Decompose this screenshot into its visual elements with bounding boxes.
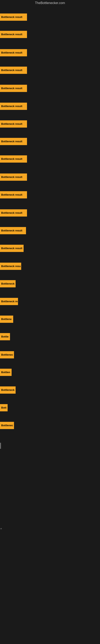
result-bar-10: Bottleneck result [0,172,100,182]
result-bar-22: Bottleneck [0,384,100,396]
result-bar-fill-2: Bottleneck result [0,31,27,38]
result-bar-fill-6: Bottleneck result [0,103,27,110]
result-bar-label-9: Bottleneck result [1,158,22,160]
result-bar-label-10: Bottleneck result [1,176,22,178]
result-bar-17: Bottleneck re [0,296,100,307]
result-bar-1: Bottleneck result [0,12,100,22]
result-bar-label-12: Bottleneck result [1,211,22,214]
result-bar-label-1: Bottleneck result [1,16,22,18]
result-bar-18: Bottlene [0,314,100,324]
result-bar-fill-11: Bottleneck result [0,191,27,198]
result-bar-label-21: Bottlen [1,371,10,374]
result-bar-14: Bottleneck result [0,243,100,254]
bars-container: Bottleneck resultBottleneck resultBottle… [0,0,100,644]
result-bar-fill-12: Bottleneck result [0,209,27,216]
result-bar-5: Bottleneck result [0,83,100,94]
result-bar-fill-19: Bottle [0,333,10,340]
result-bar-fill-24: Bottlenec [0,422,14,429]
result-bar-label-18: Bottlene [1,318,12,320]
result-bar-15: Bottleneck resu [0,260,100,272]
result-bar-label-5: Bottleneck result [1,87,22,90]
result-bar-21: Bottlen [0,367,100,378]
result-bar-fill-4: Bottleneck result [0,66,27,74]
result-bar-4: Bottleneck result [0,64,100,76]
result-bar-label-24: Bottlenec [1,424,13,427]
result-bar-fill-18: Bottlene [0,316,13,323]
result-bar-13: Bottleneck result [0,225,100,236]
result-bar-label-15: Bottleneck resu [1,265,21,268]
result-bar-16: Bottleneck [0,278,100,289]
result-bar-11: Bottleneck result [0,189,100,200]
result-bar-label-19: Bottle [1,335,9,338]
result-bar-fill-14: Bottleneck result [0,245,24,252]
result-bar-label-22: Bottleneck [1,388,14,392]
result-bar-fill-17: Bottleneck re [0,298,18,305]
result-bar-label-16: Bottleneck [1,282,14,285]
result-bar-fill-22: Bottleneck [0,386,16,394]
result-bar-23: Bott [0,402,100,413]
result-bar-2: Bottleneck result [0,29,100,40]
result-bar-fill-9: Bottleneck result [0,155,27,162]
result-bar-fill-21: Bottlen [0,369,12,376]
result-bar-label-23: Bott [1,406,6,409]
result-bar-label-13: Bottleneck result [1,229,22,232]
result-bar-label-11: Bottleneck result [1,193,22,196]
result-bar-8: Bottleneck result [0,136,100,147]
result-bar-3: Bottleneck result [0,47,100,58]
result-bar-label-3: Bottleneck result [1,51,22,54]
result-bar-fill-20: Bottlenec [0,351,14,358]
result-bar-12: Bottleneck result [0,207,100,218]
result-bar-fill-5: Bottleneck result [0,85,27,92]
result-bar-fill-16: Bottleneck [0,280,16,288]
result-bar-24: Bottlenec [0,420,100,431]
small-indicator: = [0,527,2,530]
result-bar-label-6: Bottleneck result [1,105,22,108]
result-bar-6: Bottleneck result [0,100,100,112]
result-bar-label-14: Bottleneck result [1,247,22,250]
result-bar-fill-23: Bott [0,404,8,411]
result-bar-fill-7: Bottleneck result [0,120,27,128]
result-bar-9: Bottleneck result [0,153,100,164]
result-bar-19: Bottle [0,331,100,342]
result-bar-fill-3: Bottleneck result [0,49,27,56]
result-bar-20: Bottlenec [0,349,100,360]
result-bar-label-20: Bottlenec [1,353,13,356]
result-bar-fill-13: Bottleneck result [0,227,26,234]
result-bar-fill-10: Bottleneck result [0,174,27,181]
result-bar-label-2: Bottleneck result [1,33,22,36]
result-bar-7: Bottleneck result [0,118,100,130]
result-bar-fill-8: Bottleneck result [0,138,27,145]
result-bar-label-17: Bottleneck re [1,300,18,303]
cursor-indicator [0,443,1,449]
result-bar-label-8: Bottleneck result [1,140,22,143]
result-bar-label-7: Bottleneck result [1,122,22,126]
result-bar-fill-1: Bottleneck result [0,14,27,21]
result-bar-label-4: Bottleneck result [1,69,22,72]
result-bar-fill-15: Bottleneck resu [0,263,21,270]
